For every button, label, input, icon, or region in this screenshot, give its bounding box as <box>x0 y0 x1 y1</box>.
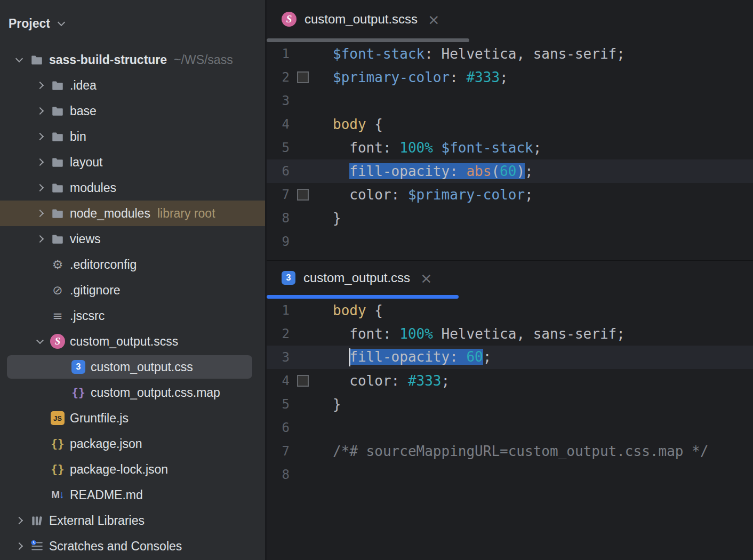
tree-item-base[interactable]: base <box>0 98 265 124</box>
tree-item-scratches-and-consoles[interactable]: Scratches and Consoles <box>0 533 265 559</box>
code-token: $primary-color <box>408 187 525 203</box>
line-number: 8 <box>267 467 290 482</box>
close-tab-icon[interactable]: × <box>428 11 440 28</box>
tree-item-custom-output-css[interactable]: 3custom_output.css <box>0 354 265 380</box>
code-token: body <box>333 116 366 132</box>
code-token: { <box>366 116 383 132</box>
code-line[interactable]: 6 <box>267 416 753 439</box>
code-token: font: <box>333 326 399 342</box>
code-token: ) <box>516 163 525 179</box>
chevron-right-icon[interactable] <box>36 184 44 191</box>
tree-item-external-libraries[interactable]: External Libraries <box>0 508 265 533</box>
chevron-right-icon[interactable] <box>36 133 44 140</box>
tab-label: custom_output.css <box>303 270 410 285</box>
line-number: 5 <box>267 397 290 412</box>
code-token: $primary-color <box>333 69 450 85</box>
tree-item--editorconfig[interactable]: ⚙.editorconfig <box>0 252 265 277</box>
tree-item-label: .editorconfig <box>70 258 137 272</box>
code-line[interactable]: 6 fill-opacity: abs(60); <box>267 159 753 183</box>
tree-item-custom-output-css-map[interactable]: {}custom_output.css.map <box>0 380 265 405</box>
sass-file-icon: S <box>282 12 297 27</box>
tree-item-gruntfile-js[interactable]: JSGruntfile.js <box>0 405 265 431</box>
tree-item-label: modules <box>70 181 116 195</box>
folder-icon <box>29 52 45 68</box>
code-line[interactable]: 5 font: 100% $font-stack; <box>267 136 753 159</box>
project-panel-title: Project <box>9 17 50 31</box>
tree-item-sass-build-structure[interactable]: sass-build-structure~/WS/sass <box>0 47 265 73</box>
css-icon: 3 <box>70 359 86 375</box>
color-preview-swatch[interactable] <box>297 375 309 387</box>
chevron-down-icon[interactable] <box>36 336 44 343</box>
code-line[interactable]: 9 <box>267 230 753 253</box>
tree-item--gitignore[interactable]: ⊘.gitignore <box>0 277 265 303</box>
code-line[interactable]: 8} <box>267 206 753 230</box>
code-token: ; <box>442 373 450 389</box>
code-token: 60 <box>466 349 483 365</box>
code-line[interactable]: 7/*# sourceMappingURL=custom_output.css.… <box>267 439 753 463</box>
chevron-right-icon[interactable] <box>15 542 23 550</box>
line-number: 6 <box>267 164 290 179</box>
tree-item-custom-output-scss[interactable]: Scustom_output.scss <box>0 329 265 354</box>
code-token: fill-opacity: <box>349 349 466 365</box>
color-preview-swatch[interactable] <box>297 189 309 201</box>
tree-item--idea[interactable]: .idea <box>0 73 265 98</box>
code-line[interactable]: 3 <box>267 89 753 113</box>
tree-item-views[interactable]: views <box>0 226 265 252</box>
tree-item-modules[interactable]: modules <box>0 175 265 201</box>
chevron-down-icon[interactable] <box>58 18 65 26</box>
line-number: 4 <box>267 117 290 132</box>
tree-item-node-modules[interactable]: node_moduleslibrary root <box>0 201 265 226</box>
code-line[interactable]: 3 fill-opacity: 60; <box>267 346 753 369</box>
code-editor-scss[interactable]: 1$font-stack: Helvetica, sans-serif;2$pr… <box>267 42 753 260</box>
code-line[interactable]: 5} <box>267 393 753 416</box>
tree-item--jscsrc[interactable]: ≡.jscsrc <box>0 303 265 329</box>
tab-custom-output-scss[interactable]: S custom_output.scss × <box>267 0 456 38</box>
code-editor-css[interactable]: 1body {2 font: 100% Helvetica, sans-seri… <box>267 299 753 560</box>
color-preview-swatch[interactable] <box>297 71 309 83</box>
tree-item-package-lock-json[interactable]: {}package-lock.json <box>0 457 265 482</box>
code-token: : <box>450 69 466 85</box>
folder-icon <box>50 205 66 221</box>
code-token: Helvetica, sans-serif; <box>433 326 625 342</box>
code-line[interactable]: 4body { <box>267 113 753 136</box>
scratches-icon <box>29 538 45 554</box>
code-line[interactable]: 8 <box>267 463 753 486</box>
project-tree: sass-build-structure~/WS/sass.ideabasebi… <box>0 47 265 559</box>
code-line[interactable]: 4 color: #333; <box>267 369 753 393</box>
chevron-right-icon[interactable] <box>36 82 44 89</box>
project-panel-header[interactable]: Project <box>0 0 265 47</box>
tree-item-readme-md[interactable]: M↓README.md <box>0 482 265 508</box>
tree-item-label: layout <box>70 155 102 170</box>
chevron-right-icon[interactable] <box>36 107 44 115</box>
code-line[interactable]: 1$font-stack: Helvetica, sans-serif; <box>267 42 753 66</box>
code-line[interactable]: 7 color: $primary-color; <box>267 183 753 206</box>
code-line[interactable]: 2$primary-color: #333; <box>267 66 753 89</box>
tree-item-label: node_modules <box>70 206 150 221</box>
folder-icon <box>50 129 66 145</box>
tab-bar-bottom: 3 custom_output.css × <box>267 261 753 295</box>
folder-icon <box>50 103 66 119</box>
tab-label: custom_output.scss <box>305 12 418 27</box>
tree-item-layout[interactable]: layout <box>0 149 265 175</box>
line-number: 3 <box>267 350 290 365</box>
top-editor-pane: S custom_output.scss × 1$font-stack: Hel… <box>267 0 753 260</box>
chevron-down-icon[interactable] <box>15 54 23 62</box>
chevron-right-icon[interactable] <box>15 517 23 524</box>
code-token: #333 <box>466 69 500 85</box>
tab-custom-output-css[interactable]: 3 custom_output.css × <box>267 261 448 295</box>
close-tab-icon[interactable]: × <box>420 270 432 286</box>
code-line[interactable]: 1body { <box>267 299 753 322</box>
sourcemap-file-icon: {} <box>70 385 86 401</box>
sass-icon: S <box>50 333 66 349</box>
line-number: 4 <box>267 373 290 388</box>
chevron-right-icon[interactable] <box>36 158 44 166</box>
tree-item-bin[interactable]: bin <box>0 124 265 149</box>
tree-item-suffix: ~/WS/sass <box>174 53 233 67</box>
tree-item-label: Scratches and Consoles <box>49 539 182 554</box>
chevron-right-icon[interactable] <box>36 235 44 243</box>
chevron-right-icon[interactable] <box>36 210 44 217</box>
javascript-file-icon: JS <box>50 410 66 426</box>
code-line[interactable]: 2 font: 100% Helvetica, sans-serif; <box>267 322 753 346</box>
line-number: 3 <box>267 93 290 108</box>
tree-item-package-json[interactable]: {}package.json <box>0 431 265 457</box>
